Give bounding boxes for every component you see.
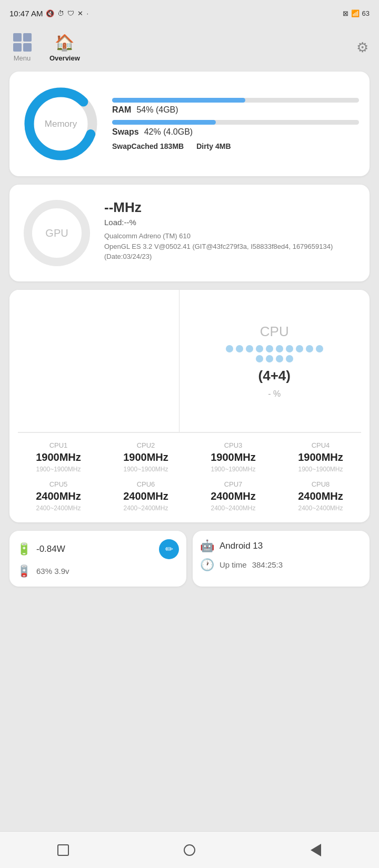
cpu-cell: CPU2 1900MHz 1900~1900MHz (102, 441, 190, 473)
top-nav: Menu 🏠 Overview ⚙ (0, 26, 379, 68)
cpu-dot (276, 345, 283, 352)
cpu-cell-name: CPU3 (224, 441, 243, 449)
bottom-nav (0, 831, 379, 868)
cpu-cell-mhz: 1900MHz (211, 451, 256, 463)
ram-value: 54% (4GB) (136, 105, 178, 115)
cpu-dot (226, 345, 233, 352)
cpu-dot (286, 345, 293, 352)
cpu-cores: (4+4) (258, 368, 291, 384)
cpu-cell: CPU8 2400MHz 2400~2400MHz (277, 480, 364, 512)
wifi-icon: 📶 (351, 9, 360, 17)
circle-icon (184, 844, 195, 856)
recents-button[interactable] (50, 837, 76, 863)
cpu-cell-mhz: 1900MHz (123, 451, 168, 463)
time: 10:47 AM (9, 9, 43, 18)
cpu-grid: CPU1 1900MHz 1900~1900MHz CPU2 1900MHz 1… (9, 433, 370, 522)
cpu-cell-mhz: 2400MHz (211, 490, 256, 502)
box-icon: ⊠ (343, 9, 348, 17)
memory-donut-label: Memory (45, 119, 77, 129)
battery-level-icon: 🪫 (17, 564, 31, 578)
battery-icon: 63 (362, 9, 370, 17)
swaps-stat-row: Swaps 42% (4.0GB) (112, 120, 359, 137)
status-right-icons: ⊠ 📶 63 (343, 9, 370, 17)
content-area: Memory RAM 54% (4GB) (0, 68, 379, 642)
settings-icon[interactable]: ⚙ (356, 39, 368, 56)
cpu-cell-mhz: 1900MHz (36, 451, 81, 463)
menu-icon-container (11, 33, 34, 52)
swaps-value: 42% (4.0GB) (144, 127, 193, 137)
cpu-dot (276, 355, 283, 362)
cpu-pct: - % (268, 389, 281, 399)
cpu-cell-name: CPU6 (137, 480, 155, 488)
ram-label-row: RAM 54% (4GB) (112, 105, 359, 115)
cpu-right-info: CPU (4+4) - % (179, 290, 370, 432)
cpu-cell: CPU7 2400MHz 2400~2400MHz (190, 480, 277, 512)
menu-grid-icon (13, 33, 32, 52)
cpu-dot (266, 345, 273, 352)
nav-items: Menu 🏠 Overview (11, 33, 80, 62)
triangle-back-icon (311, 844, 321, 856)
cpu-cell-name: CPU7 (224, 480, 243, 488)
cpu-cell-range: 1900~1900MHz (123, 466, 168, 473)
cpu-dot (296, 345, 303, 352)
ram-label: RAM (112, 105, 131, 115)
swaps-label: Swaps (112, 127, 139, 137)
x-icon: ✕ (77, 9, 83, 17)
dirty-stat: Dirty 4MB (196, 142, 231, 150)
swaps-progress-fill (112, 120, 216, 125)
cpu-cell-name: CPU2 (137, 441, 155, 449)
cpu-dots (222, 345, 327, 362)
status-bar: 10:47 AM 🔇 ⏱ 🛡 ✕ · ⊠ 📶 63 (0, 0, 379, 26)
memory-stats: RAM 54% (4GB) Swaps 42% (4.0GB) (112, 98, 359, 150)
ram-stat-row: RAM 54% (4GB) (112, 98, 359, 115)
gpu-circle: GPU (20, 196, 94, 270)
cpu-cell-mhz: 2400MHz (36, 490, 81, 502)
cpu-cell-range: 2400~2400MHz (123, 504, 168, 512)
gpu-mhz: --MHz (104, 199, 359, 216)
cpu-cell: CPU4 1900MHz 1900~1900MHz (277, 441, 364, 473)
cpu-cell-range: 1900~1900MHz (211, 466, 255, 473)
android-row: 🤖 Android 13 (200, 539, 362, 553)
pencil-icon: ✏ (165, 543, 173, 555)
memory-donut: Memory (20, 83, 102, 165)
cpu-cell-name: CPU1 (49, 441, 68, 449)
cpu-cell-range: 2400~2400MHz (36, 504, 81, 512)
memory-card: Memory RAM 54% (4GB) (9, 72, 370, 176)
nav-overview[interactable]: 🏠 Overview (49, 33, 80, 62)
cpu-dot (266, 355, 273, 362)
clock-uptime-icon: 🕐 (200, 558, 214, 572)
bottom-cards-row: 🔋 -0.84W ✏ 🪫 63% 3.9v 🤖 Android 13 🕐 Up … (9, 531, 370, 587)
cpu-graph-area (9, 290, 179, 432)
cpu-dot (256, 355, 263, 362)
swaps-label-row: Swaps 42% (4.0GB) (112, 127, 359, 137)
nav-menu[interactable]: Menu (11, 33, 34, 62)
dot-icon: · (86, 9, 88, 17)
cpu-dot (286, 355, 293, 362)
battery-watt: -0.84W (36, 544, 65, 554)
cpu-cell-mhz: 2400MHz (298, 490, 343, 502)
cpu-cell-range: 1900~1900MHz (36, 466, 81, 473)
small-stats-row: SwapCached 183MB Dirty 4MB (112, 142, 359, 150)
swapcached-stat: SwapCached 183MB (112, 142, 184, 150)
cpu-cell: CPU1 1900MHz 1900~1900MHz (15, 441, 102, 473)
shield-icon: 🛡 (67, 9, 74, 17)
gpu-load: Load:--% (104, 218, 359, 227)
cpu-cell-mhz: 2400MHz (123, 490, 168, 502)
edit-fab[interactable]: ✏ (159, 539, 179, 559)
battery-card: 🔋 -0.84W ✏ 🪫 63% 3.9v (9, 531, 186, 587)
mute-icon: 🔇 (46, 9, 54, 17)
status-left: 10:47 AM 🔇 ⏱ 🛡 ✕ · (9, 9, 88, 18)
cpu-dot (316, 345, 323, 352)
ram-progress-fill (112, 98, 245, 103)
cpu-cell-name: CPU5 (49, 480, 68, 488)
clock-icon: ⏱ (57, 9, 64, 17)
back-button[interactable] (303, 837, 329, 863)
cpu-cell-range: 2400~2400MHz (211, 504, 255, 512)
uptime-value: 384:25:3 (252, 560, 283, 569)
home-button[interactable] (176, 837, 203, 863)
cpu-cell-mhz: 1900MHz (298, 451, 343, 463)
android-version: Android 13 (220, 541, 263, 551)
gpu-card: GPU --MHz Load:--% Qualcomm Adreno (TM) … (9, 185, 370, 281)
battery-power-icon: 🔋 (17, 542, 31, 556)
cpu-dot (246, 345, 253, 352)
